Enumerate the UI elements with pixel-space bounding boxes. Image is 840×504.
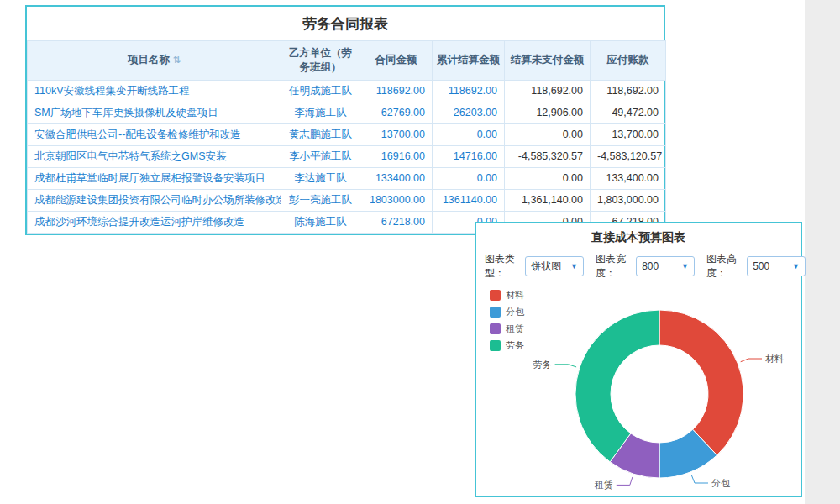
column-header-unit: 乙方单位（劳务班组） [281,41,360,81]
pie-slice-0[interactable] [659,310,743,455]
slice-label: 劳务 [533,360,552,370]
table-row: 110kV安徽线程集变开断线路工程任明成施工队118692.00118692.0… [28,80,666,102]
legend-swatch-icon [490,290,501,301]
cell-payable: 1,803,000.00 [591,189,666,211]
report-table: 项目名称⇅ 乙方单位（劳务班组） 合同金额 累计结算金额 结算未支付金额 应付账… [27,40,666,234]
cell-unit[interactable]: 李海施工队 [281,102,360,123]
cell-payable: 13,700.00 [591,123,666,145]
chart-title: 直接成本预算图表 [476,223,801,250]
legend-label: 劳务 [506,339,524,352]
label-leader-line [617,477,633,486]
legend-label: 材料 [506,289,524,302]
cell-project[interactable]: 安徽合肥供电公司--配电设备检修维护和改造 [28,123,281,145]
label-leader-line [555,365,577,367]
cell-contract: 67218.00 [360,211,433,233]
pie-slice-3[interactable] [575,310,659,462]
cell-project[interactable]: 成都能源建设集团投资有限公司临时办公场所装修改造工程EPC [28,189,281,211]
column-header-unpaid: 结算未支付金额 [505,41,591,81]
table-header-row: 项目名称⇅ 乙方单位（劳务班组） 合同金额 累计结算金额 结算未支付金额 应付账… [28,41,666,81]
cell-contract: 1803000.00 [360,189,433,211]
cell-unpaid: 0.00 [505,167,591,189]
chart-type-control: 图表类型： 饼状图 ▼ [485,252,584,281]
cell-project[interactable]: SM广场地下车库更换摄像机及硬盘项目 [28,102,281,123]
cell-unit[interactable]: 李达施工队 [281,167,360,189]
cell-contract: 13700.00 [360,123,433,145]
column-header-settled: 累计结算金额 [433,41,505,81]
slice-label: 材料 [765,354,784,364]
legend-item-3[interactable]: 劳务 [490,339,524,352]
slice-label: 租赁 [595,480,613,490]
cell-settled: 14716.00 [433,145,505,167]
chart-type-label: 图表类型： [485,252,522,281]
cell-unpaid: 118,692.00 [505,80,591,102]
cell-unpaid: -4,585,320.57 [505,145,591,167]
legend-item-0[interactable]: 材料 [490,289,524,302]
chart-height-label: 图表高度： [706,252,743,281]
table-row: SM广场地下车库更换摄像机及硬盘项目李海施工队62769.0026203.001… [28,102,666,123]
label-leader-line [691,475,708,483]
chart-width-control: 图表宽度： 800 ▼ [596,252,695,281]
cell-unit[interactable]: 黄志鹏施工队 [281,123,360,145]
cell-unit[interactable]: 任明成施工队 [281,80,360,102]
slice-label: 分包 [711,478,731,488]
column-header-project[interactable]: 项目名称⇅ [28,41,281,81]
chart-height-select[interactable]: 500 ▼ [747,256,806,276]
chart-height-control: 图表高度： 500 ▼ [706,252,806,281]
legend-item-2[interactable]: 租赁 [490,323,524,335]
cell-contract: 16916.00 [360,145,433,167]
column-header-payable: 应付账款 [591,41,666,81]
cell-payable: 49,472.00 [591,102,666,123]
labor-contract-report-panel: 劳务合同报表 项目名称⇅ 乙方单位（劳务班组） 合同金额 累计结算金额 结算未支… [25,5,665,235]
chart-type-select[interactable]: 饼状图 ▼ [525,256,584,276]
chevron-down-icon: ▼ [681,262,689,270]
cell-settled: 118692.00 [433,80,505,102]
cell-contract: 133400.00 [360,167,433,189]
cell-unit[interactable]: 陈海施工队 [281,211,360,233]
cell-contract: 118692.00 [360,80,433,102]
cell-unpaid: 1,361,140.00 [505,189,591,211]
table-row: 成都能源建设集团投资有限公司临时办公场所装修改造工程EPC彭一亮施工队18030… [28,189,666,211]
cell-unit[interactable]: 李小平施工队 [281,145,360,167]
report-table-body: 110kV安徽线程集变开断线路工程任明成施工队118692.00118692.0… [28,80,666,233]
chevron-down-icon: ▼ [570,262,578,270]
cell-project[interactable]: 北京朝阳区电气中芯特气系统之GMS安装 [28,145,281,167]
chart-area: 材料分包租赁劳务 材料分包租赁劳务 [476,286,801,502]
cell-payable: 118,692.00 [591,80,666,102]
cell-payable: 133,400.00 [591,167,666,189]
legend-item-1[interactable]: 分包 [490,306,524,318]
chart-width-select[interactable]: 800 ▼ [636,256,695,276]
donut-chart: 材料分包租赁劳务 [476,286,801,502]
cell-project[interactable]: 成都沙河环境综合提升改造运河护岸维修改造 [28,211,281,233]
label-leader-line [741,359,762,362]
cell-contract: 62769.00 [360,102,433,123]
legend-swatch-icon [490,307,501,318]
chevron-down-icon: ▼ [792,262,800,270]
cell-payable: -4,583,120.57 [591,145,666,167]
chart-legend: 材料分包租赁劳务 [490,289,524,356]
report-title: 劳务合同报表 [27,7,664,40]
direct-cost-chart-panel: 直接成本预算图表 图表类型： 饼状图 ▼ 图表宽度： 800 ▼ 图表高度： 5… [475,222,802,497]
table-row: 安徽合肥供电公司--配电设备检修维护和改造黄志鹏施工队13700.000.000… [28,123,666,145]
legend-swatch-icon [490,323,501,334]
table-row: 成都杜甫草堂临时展厅独立展柜报警设备安装项目李达施工队133400.000.00… [28,167,666,189]
cell-unpaid: 12,906.00 [505,102,591,123]
cell-unit[interactable]: 彭一亮施工队 [281,189,360,211]
table-row: 北京朝阳区电气中芯特气系统之GMS安装李小平施工队16916.0014716.0… [28,145,666,167]
legend-label: 租赁 [506,323,524,335]
cell-settled: 0.00 [433,123,505,145]
chart-controls: 图表类型： 饼状图 ▼ 图表宽度： 800 ▼ 图表高度： 500 ▼ [476,250,801,286]
cell-project[interactable]: 成都杜甫草堂临时展厅独立展柜报警设备安装项目 [28,167,281,189]
legend-label: 分包 [506,306,524,318]
cell-settled: 1361140.00 [433,189,505,211]
legend-swatch-icon [490,340,501,351]
column-header-contract: 合同金额 [360,41,433,81]
sort-icon[interactable]: ⇅ [173,55,181,65]
cell-settled: 0.00 [433,167,505,189]
cell-settled: 26203.00 [433,102,505,123]
chart-width-label: 图表宽度： [596,252,633,281]
cell-project[interactable]: 110kV安徽线程集变开断线路工程 [28,80,281,102]
page-gutter [805,0,840,504]
cell-unpaid: 0.00 [505,123,591,145]
